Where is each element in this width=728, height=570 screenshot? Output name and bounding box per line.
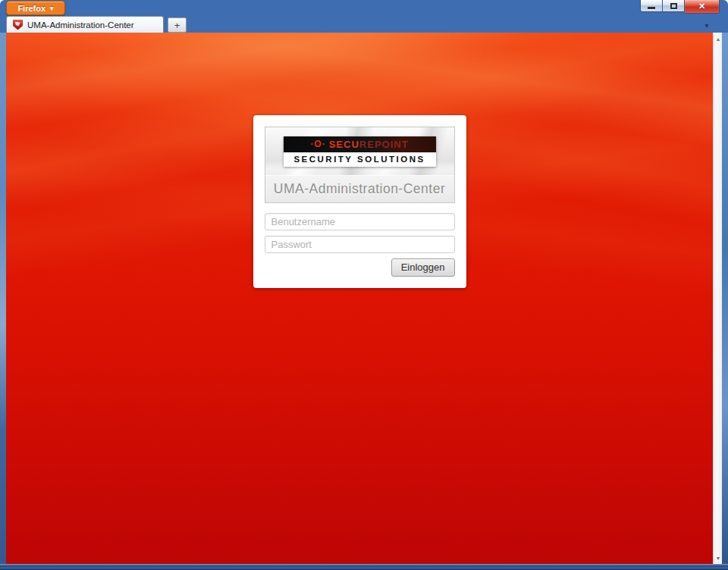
login-button[interactable]: Einloggen: [391, 258, 455, 277]
maximize-icon: [670, 3, 677, 9]
tab-uma-administration-center[interactable]: UMA-Administration-Center: [6, 16, 164, 33]
securepoint-logo-wordmark: ·O· SECUREPOINT: [284, 136, 436, 152]
tab-title: UMA-Administration-Center: [27, 20, 134, 30]
browser-window: Firefox ▾ ✕ UMA-Administration-Center + …: [0, 0, 728, 570]
window-controls: ✕: [640, 0, 720, 14]
window-frame-bottom: [0, 564, 728, 570]
vertical-scrollbar[interactable]: ▲ ▼: [713, 33, 722, 564]
logo-emblem-icon: ·O·: [310, 139, 325, 149]
title-area: UMA-Administration-Center: [265, 175, 454, 202]
window-frame-right: [722, 33, 728, 564]
logo-area: ·O· SECUREPOINT SECURITY SOLUTIONS: [265, 127, 454, 175]
list-all-tabs-button[interactable]: ▾: [701, 20, 713, 30]
minimize-icon: [648, 7, 655, 9]
button-row: Einloggen: [265, 258, 455, 277]
login-card: ·O· SECUREPOINT SECURITY SOLUTIONS UMA-A…: [253, 115, 466, 288]
browser-viewport: ·O· SECUREPOINT SECURITY SOLUTIONS UMA-A…: [6, 33, 722, 564]
login-page: ·O· SECUREPOINT SECURITY SOLUTIONS UMA-A…: [6, 33, 713, 564]
username-input[interactable]: [265, 213, 455, 230]
shield-favicon-icon: [13, 20, 23, 30]
tab-strip: UMA-Administration-Center + ▾: [0, 16, 728, 33]
close-icon: ✕: [698, 2, 705, 11]
close-button[interactable]: ✕: [685, 0, 720, 14]
firefox-app-menu-label: Firefox: [17, 4, 46, 13]
new-tab-button[interactable]: +: [168, 17, 187, 33]
logo-subline: SECURITY SOLUTIONS: [284, 152, 436, 167]
maximize-button[interactable]: [663, 0, 685, 12]
minimize-button[interactable]: [640, 0, 663, 12]
titlebar: Firefox ▾ ✕ UMA-Administration-Center + …: [0, 0, 728, 33]
chevron-down-icon: ▾: [50, 5, 54, 12]
password-input[interactable]: [265, 236, 455, 253]
window-frame-left: [0, 33, 6, 564]
brand-panel: ·O· SECUREPOINT SECURITY SOLUTIONS UMA-A…: [265, 127, 455, 203]
page-title: UMA-Administration-Center: [274, 181, 445, 197]
logo-brand-text: SECUREPOINT: [329, 139, 409, 150]
firefox-app-menu-button[interactable]: Firefox ▾: [6, 1, 65, 15]
securepoint-logo: ·O· SECUREPOINT SECURITY SOLUTIONS: [284, 136, 436, 167]
